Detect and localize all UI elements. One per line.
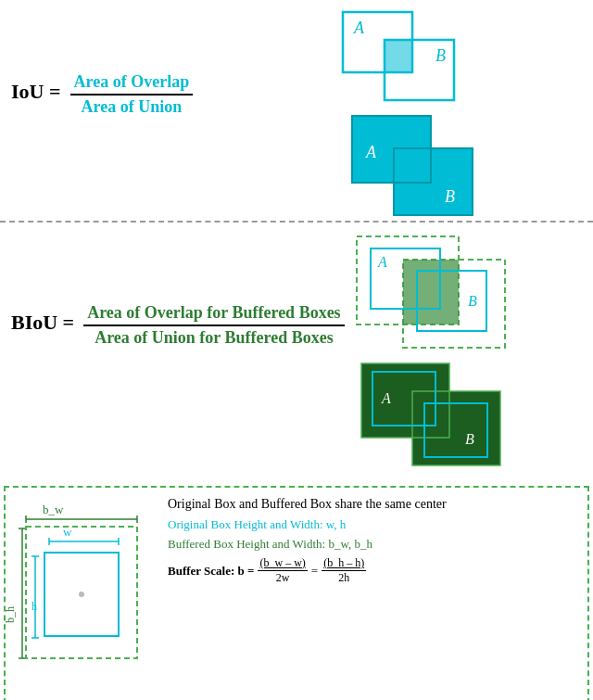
svg-text:B: B: [445, 187, 455, 206]
iou-union-svg: A B: [338, 111, 496, 218]
biou-overlap-diagram: A B: [352, 232, 537, 352]
svg-text:A: A: [365, 143, 377, 161]
legend-title: Original Box and Buffered Box share the …: [168, 497, 578, 512]
biou-numerator: Area of Overlap for Buffered Boxes: [83, 303, 344, 326]
legend-section: b_w w b_h h: [4, 486, 589, 700]
svg-rect-2: [385, 40, 412, 72]
page: IoU = Area of Overlap Area of Union A B: [0, 0, 593, 700]
svg-text:B: B: [465, 431, 474, 447]
biou-formula: BIoU = Area of Overlap for Buffered Boxe…: [11, 303, 345, 348]
buffer-scale-frac2: (b_h – h) 2h: [322, 556, 366, 585]
biou-union-diagram: A B: [352, 359, 533, 475]
buffer-scale-line: Buffer Scale: b = (b_w – w) 2w = (b_h – …: [168, 556, 578, 585]
svg-text:A: A: [377, 254, 387, 270]
legend-text: Original Box and Buffered Box share the …: [168, 497, 578, 585]
legend-item-original: Original Box Height and Width: w, h: [168, 517, 578, 532]
biou-denominator: Area of Union for Buffered Boxes: [91, 326, 336, 348]
iou-formula: IoU = Area of Overlap Area of Union: [11, 72, 193, 117]
iou-union-diagram: A B: [338, 111, 496, 218]
iou-section: IoU = Area of Overlap Area of Union A B: [0, 0, 593, 223]
biou-label: BIoU =: [11, 311, 74, 334]
svg-text:h: h: [32, 600, 37, 613]
legend-svg: b_w w b_h h: [17, 501, 160, 681]
iou-overlap-diagram: A B: [334, 7, 482, 109]
legend-item-buffered: Buffered Box Height and Width: b_w, b_h: [168, 537, 578, 552]
svg-text:A: A: [381, 390, 391, 406]
biou-overlap-svg: A B: [352, 232, 537, 352]
svg-text:b_w: b_w: [43, 503, 64, 516]
iou-denominator: Area of Union: [77, 95, 185, 117]
frac2-denominator: 2h: [336, 571, 351, 585]
biou-union-svg: A B: [352, 359, 533, 475]
frac1-denominator: 2w: [274, 571, 292, 585]
svg-text:A: A: [353, 19, 365, 37]
biou-fraction: Area of Overlap for Buffered Boxes Area …: [83, 303, 344, 348]
iou-label: IoU =: [11, 80, 61, 103]
legend-diagram: b_w w b_h h: [17, 501, 160, 672]
buffer-scale-prefix: Buffer Scale: b =: [168, 564, 254, 579]
svg-text:b_h: b_h: [4, 606, 17, 623]
section-divider: [0, 221, 593, 223]
buffer-scale-frac1: (b_w – w) 2w: [258, 556, 307, 585]
biou-section: BIoU = Area of Overlap for Buffered Boxe…: [0, 224, 593, 475]
frac1-numerator: (b_w – w): [258, 556, 307, 571]
iou-fraction: Area of Overlap Area of Union: [70, 72, 194, 117]
iou-numerator: Area of Overlap: [70, 72, 194, 95]
iou-overlap-svg: A B: [334, 7, 482, 109]
equals-sign: =: [311, 564, 318, 579]
svg-point-44: [79, 592, 84, 597]
frac2-numerator: (b_h – h): [322, 556, 366, 571]
svg-text:B: B: [435, 46, 446, 65]
svg-rect-13: [403, 260, 459, 325]
svg-text:B: B: [468, 293, 477, 309]
